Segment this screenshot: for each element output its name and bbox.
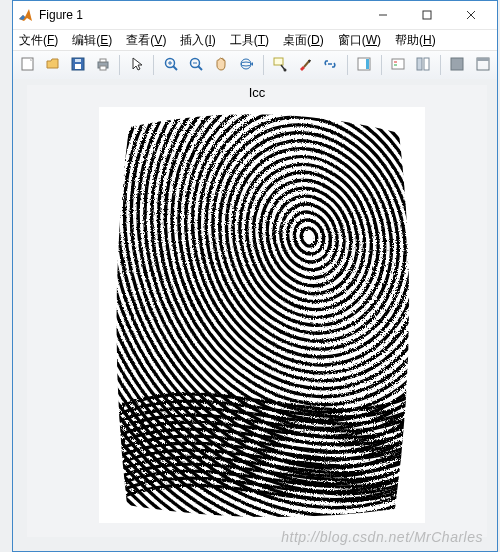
- menu-desktop[interactable]: 桌面(D): [283, 32, 324, 49]
- toolbar-separator: [153, 55, 154, 75]
- toolbar-separator: [263, 55, 264, 75]
- matlab-icon: [17, 7, 33, 23]
- watermark-text: http://blog.csdn.net/MrCharles: [281, 529, 483, 545]
- data-cursor-icon: [272, 56, 288, 75]
- toolbar-separator: [440, 55, 441, 75]
- menu-help[interactable]: 帮助(H): [395, 32, 436, 49]
- new-figure-button[interactable]: [16, 53, 39, 77]
- open-icon: [45, 56, 61, 75]
- svg-line-12: [173, 66, 177, 70]
- maximize-button[interactable]: [405, 2, 449, 28]
- dock-icon: [449, 56, 465, 75]
- svg-rect-31: [451, 58, 463, 70]
- dock-button-a[interactable]: [446, 53, 469, 77]
- save-button[interactable]: [66, 53, 89, 77]
- menu-view[interactable]: 查看(V): [126, 32, 166, 49]
- dock-icon: [475, 56, 491, 75]
- rotate3d-icon: [238, 56, 254, 75]
- new-figure-icon: [20, 56, 36, 75]
- zoom-in-button[interactable]: [159, 53, 182, 77]
- svg-point-21: [284, 68, 287, 71]
- fingerprint-image: [99, 107, 425, 523]
- open-button[interactable]: [41, 53, 64, 77]
- close-button[interactable]: [449, 2, 493, 28]
- svg-rect-33: [477, 58, 489, 61]
- toolbar: ▾: [13, 51, 497, 80]
- insert-colorbar-icon: [356, 56, 372, 75]
- insert-legend-button[interactable]: [387, 53, 410, 77]
- svg-rect-30: [424, 58, 429, 70]
- svg-rect-7: [75, 59, 81, 62]
- zoom-out-icon: [188, 56, 204, 75]
- svg-rect-1: [423, 11, 431, 19]
- cursor-button[interactable]: [125, 53, 148, 77]
- menu-file[interactable]: 文件(F): [19, 32, 58, 49]
- menu-tools[interactable]: 工具(T): [230, 32, 269, 49]
- toolbar-separator: [347, 55, 348, 75]
- zoom-in-icon: [163, 56, 179, 75]
- hide-plot-tools-icon: [415, 56, 431, 75]
- menubar: 文件(F) 编辑(E) 查看(V) 插入(I) 工具(T) 桌面(D) 窗口(W…: [13, 30, 497, 51]
- data-cursor-button[interactable]: [269, 53, 292, 77]
- titlebar[interactable]: Figure 1: [13, 1, 497, 30]
- svg-rect-20: [274, 58, 283, 65]
- svg-rect-26: [392, 59, 404, 69]
- svg-point-18: [241, 59, 251, 69]
- cursor-icon: [129, 56, 145, 75]
- svg-rect-25: [366, 59, 369, 69]
- window-title: Figure 1: [39, 8, 361, 22]
- menu-edit[interactable]: 编辑(E): [72, 32, 112, 49]
- minimize-button[interactable]: [361, 2, 405, 28]
- figure-canvas: Icc http://blog.csdn.net/MrCharles: [13, 79, 497, 551]
- insert-legend-icon: [390, 56, 406, 75]
- svg-rect-9: [100, 59, 106, 62]
- zoom-out-button[interactable]: [184, 53, 207, 77]
- svg-point-19: [241, 62, 251, 66]
- pan-icon: [213, 56, 229, 75]
- save-icon: [70, 56, 86, 75]
- svg-text:▾: ▾: [308, 58, 311, 64]
- brush-button[interactable]: ▾: [294, 53, 317, 77]
- menu-insert[interactable]: 插入(I): [180, 32, 215, 49]
- hide-plot-tools-button[interactable]: [412, 53, 435, 77]
- svg-line-16: [198, 66, 202, 70]
- rotate3d-button[interactable]: [235, 53, 258, 77]
- dock-button-b[interactable]: [471, 53, 494, 77]
- svg-rect-10: [100, 66, 106, 70]
- plot-title: Icc: [27, 85, 487, 100]
- plot-area: Icc: [27, 85, 487, 537]
- brush-icon: ▾: [297, 56, 313, 75]
- svg-rect-29: [417, 58, 422, 70]
- toolbar-separator: [381, 55, 382, 75]
- print-icon: [95, 56, 111, 75]
- pan-button[interactable]: [209, 53, 232, 77]
- figure-window: Figure 1 文件(F) 编辑(E) 查看(V) 插入(I) 工具(T) 桌…: [12, 0, 498, 552]
- axes-image[interactable]: [99, 107, 425, 523]
- link-button[interactable]: [319, 53, 342, 77]
- print-button[interactable]: [91, 53, 114, 77]
- menu-window[interactable]: 窗口(W): [338, 32, 381, 49]
- link-icon: [322, 56, 338, 75]
- svg-rect-6: [75, 64, 81, 69]
- insert-colorbar-button[interactable]: [353, 53, 376, 77]
- toolbar-separator: [119, 55, 120, 75]
